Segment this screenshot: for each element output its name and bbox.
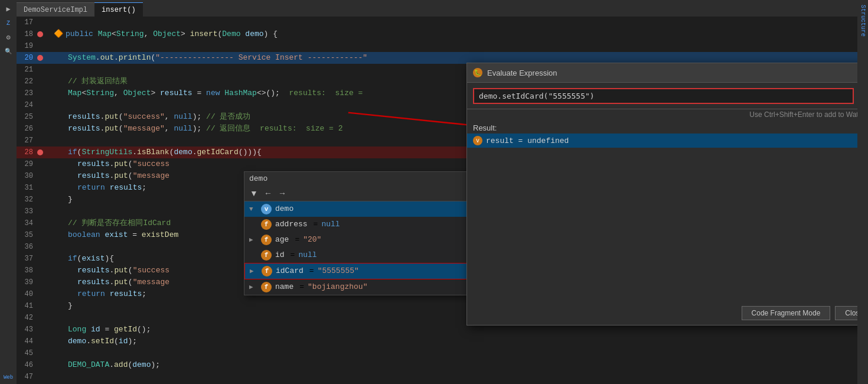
code-line-20: 20 System.out.println("---------------- …	[17, 52, 857, 64]
ac-expand-name: ▶	[249, 281, 257, 294]
code-line-17: 17	[17, 17, 857, 28]
ac-label-age: age	[275, 233, 289, 246]
tab-insert[interactable]: insert()	[94, 2, 143, 17]
eval-code-fragment-btn[interactable]: Code Fragment Mode	[742, 306, 831, 320]
eval-result-value: result = undefined	[486, 136, 569, 145]
eval-title-text: Evaluate Expression	[487, 69, 857, 77]
breakpoint-dot[interactable]	[37, 31, 43, 37]
code-line-45: 45	[17, 347, 857, 359]
ac-label-idcard: idCard	[276, 265, 304, 278]
ac-forward-btn[interactable]: →	[276, 187, 288, 199]
ac-expand-age: ▶	[249, 233, 257, 246]
eval-input-row: ⊕	[467, 83, 857, 109]
ac-icon-demo: v	[261, 204, 272, 214]
eval-expression-input[interactable]	[473, 88, 854, 104]
eval-result-label: Result:	[467, 121, 857, 134]
ac-eq-idcard: =	[309, 265, 314, 278]
ac-label-demo: demo	[275, 203, 293, 216]
eval-title-icon: 🐛	[473, 68, 482, 77]
ac-val-idcard: "5555555"	[318, 265, 359, 278]
sidebar-web-icon[interactable]: Web	[2, 371, 15, 384]
ac-val-age: "20"	[303, 233, 321, 246]
right-sidebar-structure[interactable]: Structure	[860, 5, 866, 37]
ac-eq-address: =	[314, 218, 318, 231]
ac-icon-id: f	[261, 250, 272, 261]
eval-bottom-row: Code Fragment Mode Close	[467, 301, 857, 325]
exec-dot-20	[37, 55, 43, 61]
exec-dot-28	[37, 149, 43, 155]
code-line-47: 47	[17, 371, 857, 383]
ac-eq-id: =	[291, 249, 295, 262]
eval-title-bar: 🐛 Evaluate Expression ✕	[467, 63, 857, 83]
eval-hint: Use Ctrl+Shift+Enter to add to Watches	[467, 109, 857, 121]
ac-val-address: null	[321, 218, 340, 231]
code-line-46: 46 DEMO_DATA.add(demo);	[17, 359, 857, 371]
editor-container: DemoServiceImpl insert() 17 18 🔶public M…	[17, 0, 857, 384]
ac-eq-age: =	[295, 233, 299, 246]
ac-expand-demo: ▼	[249, 203, 257, 216]
evaluate-expression-dialog: 🐛 Evaluate Expression ✕ ⊕ Use Ctrl+Shift…	[466, 63, 857, 326]
ac-icon-address: f	[261, 219, 272, 230]
ac-label-name: name	[275, 281, 293, 294]
code-line-19: 19	[17, 40, 857, 52]
eval-close-btn[interactable]: Close	[835, 306, 857, 320]
autocomplete-title: demo	[249, 174, 267, 183]
ac-val-name: "bojiangzhou"	[308, 281, 367, 294]
ac-eq-name: =	[299, 281, 304, 294]
ac-val-id: null	[298, 249, 316, 262]
tab-demoserviceimpl[interactable]: DemoServiceImpl	[17, 2, 94, 17]
code-line-43: 43 Long id = getId();	[17, 324, 857, 336]
right-sidebar: Structure	[857, 0, 868, 384]
ac-icon-idcard: f	[262, 266, 272, 276]
eval-result-icon: v	[473, 136, 482, 145]
sidebar-search-icon[interactable]: 🔍	[2, 45, 15, 58]
ac-expand-idcard: ▶	[250, 265, 258, 278]
code-area: 17 18 🔶public Map<String, Object> insert…	[17, 17, 857, 384]
sidebar-gear-icon[interactable]: ⚙	[2, 31, 15, 44]
ac-filter-btn[interactable]: ▼	[248, 187, 260, 199]
ac-icon-age: f	[261, 235, 272, 245]
left-sidebar: ▶ Z ⚙ 🔍 Web	[0, 0, 17, 384]
sidebar-z-icon[interactable]: Z	[2, 17, 15, 30]
ac-back-btn[interactable]: ←	[262, 187, 274, 199]
sidebar-run-icon[interactable]: ▶	[2, 2, 15, 15]
ac-label-id: id	[275, 249, 285, 262]
eval-result-row: v result = undefined	[467, 134, 857, 148]
ac-icon-name: f	[261, 282, 272, 292]
code-line-18: 18 🔶public Map<String, Object> insert(De…	[17, 28, 857, 40]
code-line-44: 44 demo.setId(id);	[17, 336, 857, 347]
tab-bar: DemoServiceImpl insert()	[17, 0, 857, 17]
ac-label-address: address	[275, 218, 308, 231]
